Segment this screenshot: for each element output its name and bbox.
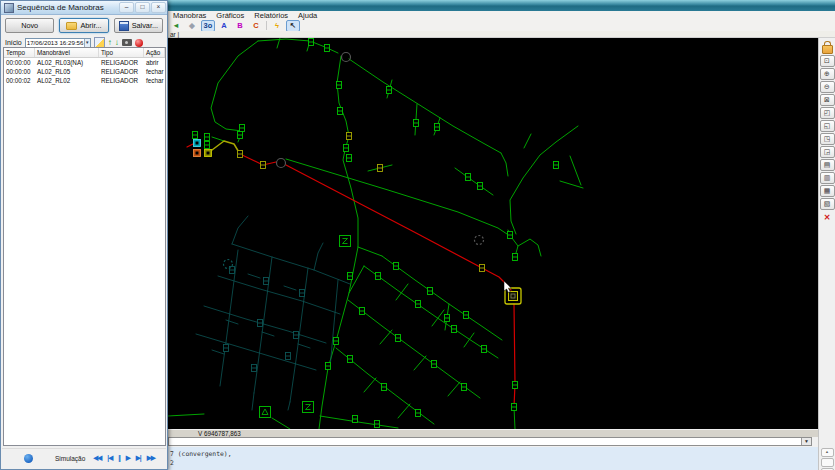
- table-row[interactable]: 00:00:00AL02_RL03(NA)RELIGADORabrir: [4, 58, 165, 67]
- network-line-t: [226, 320, 238, 324]
- network-line-t: [220, 250, 238, 386]
- phase-c-button[interactable]: C: [249, 20, 263, 32]
- previous-view-button[interactable]: ◱: [820, 120, 835, 132]
- log-line: 7 (convergente),: [170, 450, 818, 459]
- network-line-g: [570, 156, 581, 185]
- legend-button[interactable]: ▧: [820, 198, 835, 210]
- network-line-t: [288, 402, 290, 410]
- log-scrollbar[interactable]: ▲ ▼: [818, 447, 835, 470]
- fault-button[interactable]: ϟ: [270, 20, 284, 32]
- snapshot-button[interactable]: [122, 39, 132, 46]
- maximize-button[interactable]: □: [135, 2, 150, 13]
- source-symbol-core: [207, 152, 210, 155]
- labels-button[interactable]: ▥: [820, 172, 835, 184]
- abrir-button[interactable]: Abrir...: [59, 18, 108, 33]
- main-toolbar: ◄◆3oABCϟ↖: [168, 20, 835, 31]
- pointer-button[interactable]: ↖: [286, 20, 300, 32]
- scroll-up-icon[interactable]: ▲: [821, 448, 834, 457]
- start-datetime-combo[interactable]: 17/06/2013 16:29:56 ▼: [25, 38, 91, 48]
- simulation-status-icon[interactable]: [24, 454, 33, 463]
- menu-manobras[interactable]: Manobras: [168, 11, 211, 20]
- zoom-extent-button[interactable]: ⊠: [820, 94, 835, 106]
- table-header[interactable]: TempoManobrávelTipoAção: [4, 48, 165, 58]
- network-line-g: [286, 159, 510, 236]
- close-button[interactable]: ×: [151, 2, 166, 13]
- dialog-icon: [4, 3, 14, 13]
- novo-button[interactable]: Novo: [5, 18, 54, 33]
- log-line: 2: [170, 459, 818, 468]
- play-button[interactable]: ▶: [126, 454, 130, 462]
- maneuver-table[interactable]: TempoManobrávelTipoAção 00:00:00AL02_RL0…: [3, 47, 166, 446]
- network-line-g: [272, 418, 290, 429]
- map-coordinate-bar: V 6946787,863: [168, 429, 818, 437]
- zoom-window-button[interactable]: ⊡: [820, 55, 835, 67]
- compass-icon[interactable]: ◆: [185, 20, 199, 32]
- close-map-button[interactable]: ✕: [824, 214, 831, 222]
- network-line-g: [212, 137, 224, 141]
- network-line-g: [501, 153, 508, 176]
- network-line-t: [330, 280, 338, 368]
- chevron-down-icon[interactable]: ▼: [801, 438, 811, 445]
- network-line-g: [211, 41, 258, 131]
- simulation-label: Simulação: [55, 455, 85, 462]
- pause-button[interactable]: ||: [118, 454, 120, 462]
- column-header[interactable]: Tempo: [4, 48, 35, 57]
- scroll-thumb[interactable]: [821, 458, 834, 467]
- layers-button[interactable]: ▤: [820, 159, 835, 171]
- simulation-bar: Simulação ◀◀|◀||▶▶|▶▶: [2, 448, 166, 467]
- phase-a-button[interactable]: A: [217, 20, 231, 32]
- grid-button[interactable]: ▦: [820, 185, 835, 197]
- menu-bar: ManobrasGráficosRelatóriosAjuda: [168, 11, 835, 20]
- network-line-t: [298, 344, 310, 348]
- next-view-button[interactable]: ◳: [820, 133, 835, 145]
- menu-relatorios[interactable]: Relatórios: [249, 11, 293, 20]
- network-line-t: [252, 393, 254, 410]
- salvar-button[interactable]: Salvar...: [114, 18, 163, 33]
- phase-b-button[interactable]: B: [233, 20, 247, 32]
- command-input-bar: ▼: [168, 437, 818, 447]
- table-cell: AL02_RL05: [35, 67, 99, 76]
- column-header[interactable]: Ação: [144, 48, 165, 57]
- network-line-r: [514, 304, 515, 407]
- table-cell: 00:00:02: [4, 76, 35, 85]
- table-row[interactable]: 00:00:02AL02_RL02RELIGADORfechar: [4, 76, 165, 85]
- zoom-in-button[interactable]: ⊕: [820, 68, 835, 80]
- step-forward-button[interactable]: ▶|: [136, 454, 141, 462]
- table-row[interactable]: 00:00:00AL02_RL05RELIGADORfechar: [4, 67, 165, 76]
- fast-forward-button[interactable]: ▶▶: [147, 454, 155, 462]
- record-button[interactable]: [135, 39, 143, 47]
- source-symbol-core: [196, 152, 199, 155]
- lock-button[interactable]: [822, 41, 833, 54]
- network-line-g: [358, 247, 382, 256]
- network-diagram: [168, 38, 818, 429]
- move-up-button[interactable]: ↑: [108, 38, 112, 47]
- node-circle: [475, 236, 484, 245]
- menu-graficos[interactable]: Gráficos: [211, 11, 249, 20]
- step-back-button[interactable]: |◀: [107, 454, 112, 462]
- pan-button[interactable]: ◰: [820, 107, 835, 119]
- three-phase-button[interactable]: 3o: [201, 20, 215, 32]
- zoom-out-button[interactable]: ⊖: [820, 81, 835, 93]
- menu-ajuda[interactable]: Ajuda: [293, 11, 322, 20]
- table-cell: abrir: [144, 58, 165, 67]
- refresh-view-button[interactable]: ◲: [820, 146, 835, 158]
- nav-back-icon[interactable]: ◄: [169, 20, 183, 32]
- map-canvas[interactable]: [168, 38, 818, 429]
- app-screen: ManobrasGráficosRelatóriosAjuda ◄◆3oABCϟ…: [0, 0, 835, 470]
- move-down-button[interactable]: ↓: [115, 38, 119, 47]
- selected-switch-symbol: [509, 292, 518, 301]
- network-line-g: [524, 134, 531, 148]
- command-input[interactable]: ▼: [168, 437, 812, 446]
- table-cell: fechar: [144, 76, 165, 85]
- node-circle: [277, 159, 286, 168]
- table-cell: RELIGADOR: [99, 76, 144, 85]
- dialog-titlebar[interactable]: Sequência de Manobras – □ ×: [1, 1, 167, 15]
- table-cell: 00:00:00: [4, 58, 35, 67]
- network-line-g: [448, 382, 460, 396]
- rewind-button[interactable]: ◀◀: [93, 454, 101, 462]
- column-header[interactable]: Tipo: [99, 48, 144, 57]
- column-header[interactable]: Manobrável: [35, 48, 99, 57]
- minimize-button[interactable]: –: [119, 2, 134, 13]
- network-line-g: [364, 266, 498, 358]
- chevron-down-icon[interactable]: ▼: [84, 39, 90, 47]
